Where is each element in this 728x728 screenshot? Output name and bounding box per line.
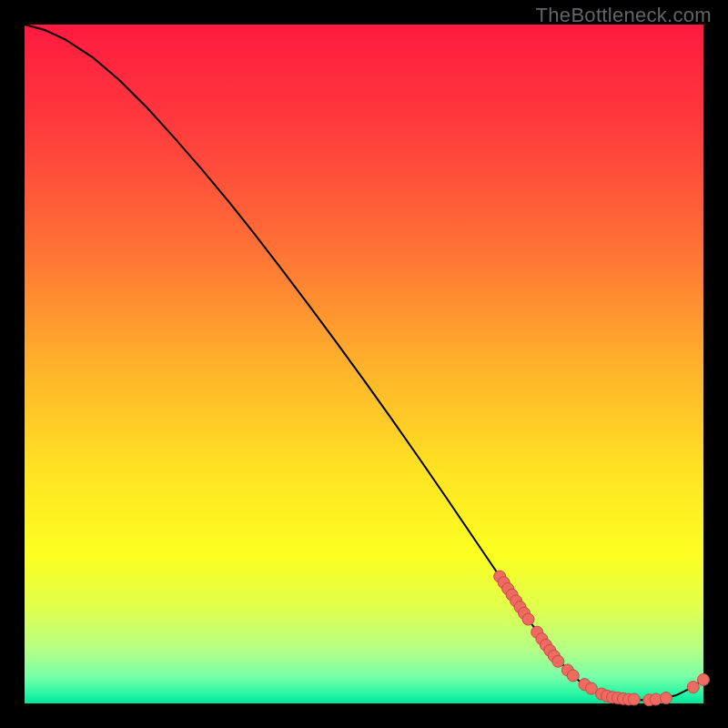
data-point bbox=[552, 655, 564, 667]
data-point bbox=[628, 693, 640, 705]
data-points bbox=[494, 571, 710, 706]
bottleneck-curve bbox=[25, 25, 703, 700]
chart-curve-layer bbox=[25, 25, 703, 703]
data-point bbox=[698, 673, 710, 685]
data-point bbox=[660, 693, 672, 704]
plot-area bbox=[25, 25, 703, 703]
chart-frame: TheBottleneck.com bbox=[0, 0, 728, 728]
data-point bbox=[687, 682, 699, 693]
data-point bbox=[567, 670, 579, 682]
data-point bbox=[522, 613, 534, 625]
